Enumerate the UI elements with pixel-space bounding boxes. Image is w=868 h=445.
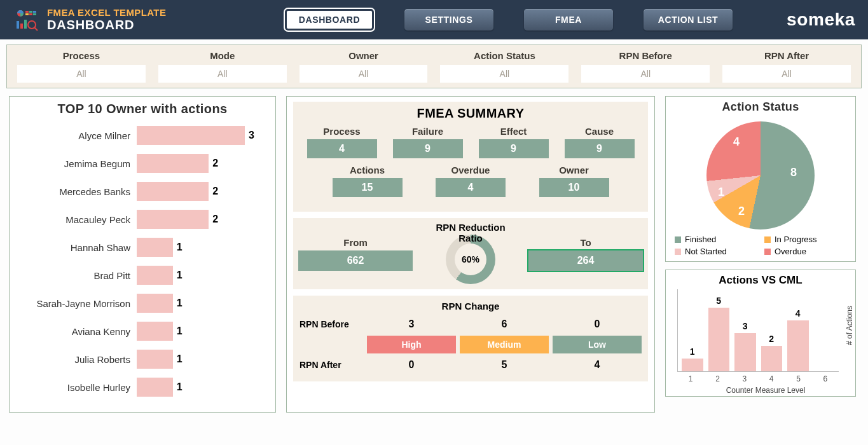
owner-bar: [137, 126, 245, 145]
owner-bar: [137, 154, 209, 173]
filter-rpn-before[interactable]: All: [581, 65, 710, 83]
kpi-actions-label: Actions: [333, 165, 403, 175]
rpn-after-label: RPN After: [300, 360, 363, 370]
owner-bar: [137, 182, 209, 201]
chip-high: High: [367, 336, 456, 353]
owner-value: 3: [249, 130, 254, 141]
chip-medium: Medium: [460, 336, 549, 353]
owner-bar: [137, 378, 173, 397]
filter-rpn-after[interactable]: All: [722, 65, 851, 83]
rpn-after-medium: 5: [460, 359, 549, 371]
rpn-from-label: From: [298, 237, 413, 248]
app-icon: [13, 7, 38, 32]
template-title: FMEA EXCEL TEMPLATE: [47, 7, 238, 18]
rpn-pane: From 662 RPN Reduction Ratio 60% To 264: [293, 218, 648, 289]
cml-chart: 15324: [677, 289, 839, 372]
pie-n-overdue: 4: [733, 135, 740, 149]
kpi-owner-label: Owner: [539, 165, 609, 175]
owner-name: Jemima Begum: [16, 158, 130, 169]
rpn-before-low: 0: [553, 318, 642, 330]
kpi-pane: FMEA SUMMARY Process4 Failure9 Effect9 C…: [293, 102, 648, 212]
tab-settings[interactable]: SETTINGS: [404, 9, 493, 31]
owner-row: Brad Pitt1: [16, 261, 269, 289]
kpi-failure-label: Failure: [393, 126, 463, 137]
cml-bar: [682, 359, 703, 371]
svg-rect-3: [33, 11, 36, 13]
status-pie: 8 2 1 4: [706, 121, 815, 229]
cml-bar-group: 3: [734, 321, 756, 371]
filter-mode[interactable]: All: [158, 65, 287, 83]
cml-x-tick: 5: [785, 374, 811, 383]
tab-action-list[interactable]: ACTION LIST: [644, 9, 733, 31]
filter-mode-label: Mode: [210, 50, 235, 61]
owner-value: 1: [177, 298, 183, 309]
svg-rect-1: [25, 11, 29, 13]
owner-value: 2: [212, 186, 218, 197]
rpn-before-medium: 6: [460, 318, 549, 330]
tab-fmea[interactable]: FMEA: [524, 9, 613, 31]
kpi-effect-label: Effect: [479, 126, 549, 137]
cml-value: 5: [716, 296, 721, 306]
cml-bar: [787, 320, 809, 371]
tab-dashboard[interactable]: DASHBOARD: [285, 9, 374, 31]
rpn-after-high: 0: [367, 359, 456, 371]
owner-bar: [137, 350, 173, 369]
cml-title: Actions VS CML: [671, 274, 850, 287]
owner-name: Hannah Shaw: [16, 242, 130, 253]
rpn-to-label: To: [528, 237, 643, 248]
owner-value: 2: [212, 214, 218, 225]
cml-x-tick: 6: [812, 374, 839, 383]
filter-owner[interactable]: All: [300, 65, 428, 83]
title-block: FMEA EXCEL TEMPLATE DASHBOARD: [47, 7, 238, 32]
rpn-before-high: 3: [367, 318, 456, 330]
owner-name: Alyce Milner: [16, 130, 130, 141]
owner-name: Julia Roberts: [16, 354, 130, 365]
cml-bar: [761, 346, 783, 371]
cml-value: 1: [690, 346, 695, 357]
filter-process[interactable]: All: [17, 65, 146, 83]
owner-name: Macauley Peck: [16, 214, 130, 225]
rpn-to: 264: [528, 250, 643, 271]
top-header: FMEA EXCEL TEMPLATE DASHBOARD DASHBOARD …: [0, 0, 868, 39]
owner-row: Sarah-Jayne Morrison1: [16, 289, 269, 317]
owner-bar: [137, 322, 173, 341]
rpn-change-title: RPN Change: [300, 301, 642, 312]
cml-x-tick: 3: [731, 374, 758, 383]
owner-value: 1: [177, 242, 183, 253]
status-card: Action Status 8 2 1 4 Finished In Progre…: [665, 96, 856, 262]
svg-rect-2: [29, 11, 32, 13]
owners-title: TOP 10 Owner with actions: [16, 102, 269, 116]
leg-not-started: Not Started: [685, 247, 727, 256]
filter-status[interactable]: All: [440, 65, 568, 83]
svg-rect-8: [20, 24, 23, 29]
cml-bar: [734, 333, 756, 371]
chip-low: Low: [553, 336, 642, 353]
cml-bar-group: 1: [682, 346, 703, 371]
owner-bar: [137, 266, 173, 285]
svg-line-11: [34, 27, 38, 31]
summary-card: FMEA SUMMARY Process4 Failure9 Effect9 C…: [286, 96, 655, 413]
pie-n-not-started: 1: [718, 186, 724, 199]
kpi-cause: 9: [565, 139, 635, 158]
cml-ylabel: # of Actions: [845, 306, 854, 345]
owner-row: Mercedes Banks2: [16, 177, 269, 205]
owner-row: Aviana Kenny1: [16, 317, 269, 345]
rpn-before-label: RPN Before: [300, 319, 363, 329]
svg-rect-9: [24, 20, 27, 29]
cml-bar: [708, 308, 730, 371]
svg-rect-6: [33, 13, 36, 15]
nav-tabs: DASHBOARD SETTINGS FMEA ACTION LIST: [285, 9, 733, 31]
cml-value: 3: [743, 321, 748, 331]
filter-rpn-before-label: RPN Before: [619, 50, 672, 61]
filter-process-label: Process: [63, 50, 100, 61]
owner-row: Jemima Begum2: [16, 149, 269, 177]
owner-row: Isobelle Hurley1: [16, 373, 269, 401]
rpn-after-low: 4: [553, 359, 642, 371]
brand-label: someka: [787, 10, 855, 30]
cml-card: Actions VS CML # of Actions 15324 123456…: [665, 270, 856, 397]
cml-x-tick: 2: [704, 374, 731, 383]
status-title: Action Status: [671, 100, 850, 114]
rpn-title: RPN Reduction Ratio: [423, 222, 518, 243]
owner-row: Alyce Milner3: [16, 121, 269, 149]
kpi-process-label: Process: [307, 126, 377, 137]
